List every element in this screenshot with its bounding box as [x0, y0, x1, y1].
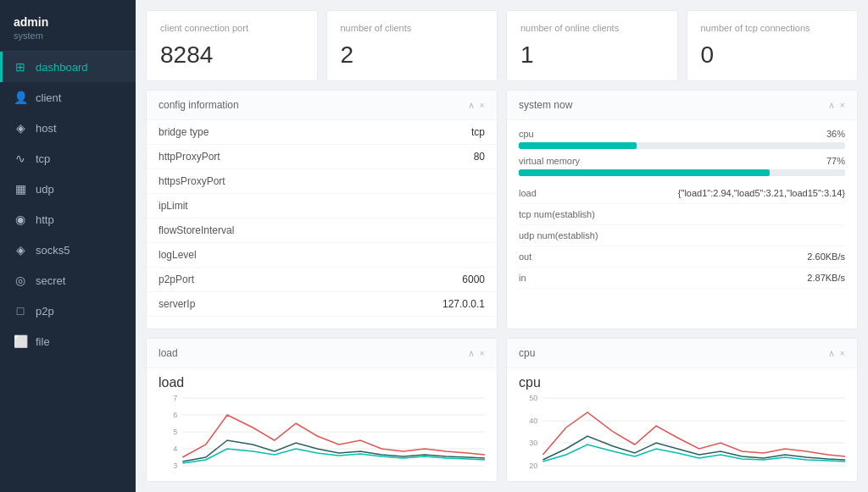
config-key-7: serverIp: [159, 298, 195, 310]
sidebar-item-secret[interactable]: ◎secret: [0, 265, 136, 296]
system-close-btn[interactable]: ×: [840, 100, 845, 111]
sidebar-item-label: tcp: [36, 152, 50, 165]
stat-value-1: 2: [341, 41, 484, 69]
vm-metric: virtual memory 77%: [519, 156, 845, 176]
config-panel: config information ∧ × bridge typetcphtt…: [146, 90, 498, 329]
config-row-4: flowStoreInterval: [147, 218, 497, 243]
svg-text:5: 5: [173, 428, 177, 436]
config-key-5: logLevel: [159, 249, 197, 261]
panels-row: config information ∧ × bridge typetcphtt…: [146, 90, 858, 329]
sidebar-item-socks5[interactable]: ◈socks5: [0, 235, 136, 265]
cpu-close-btn[interactable]: ×: [840, 348, 845, 359]
config-key-6: p2pPort: [159, 274, 194, 285]
stat-value-0: 8284: [160, 41, 303, 69]
svg-text:50: 50: [529, 394, 537, 402]
load-close-btn[interactable]: ×: [480, 348, 485, 359]
vm-label: virtual memory: [519, 156, 580, 166]
sidebar-item-label: host: [36, 122, 57, 135]
config-row-3: ipLimit: [147, 194, 497, 218]
sidebar-role: system: [14, 30, 122, 41]
system-metric-1: tcp num(establish): [519, 204, 845, 225]
config-row-5: logLevel: [147, 243, 497, 268]
metric-val-3: 2.60KB/s: [807, 252, 845, 262]
vm-pct: 77%: [826, 156, 845, 166]
stat-label-0: client connection port: [160, 23, 303, 33]
config-row-2: httpsProxyPort: [147, 169, 497, 194]
vm-progress-bar: [519, 169, 845, 176]
cpu-chart-header: cpu ∧ ×: [507, 339, 857, 368]
sidebar: admin system ⊞dashboard👤client◈host∿tcp▦…: [0, 0, 136, 492]
config-row-7: serverIp127.0.0.1: [147, 292, 497, 317]
system-panel-title: system now: [519, 99, 572, 111]
sidebar-item-label: file: [36, 335, 50, 348]
svg-text:6: 6: [173, 411, 177, 419]
dashboard-icon: ⊞: [14, 60, 27, 74]
cpu-chart-title: cpu: [519, 347, 535, 359]
metric-key-4: in: [519, 273, 526, 283]
metric-val-4: 2.87KB/s: [807, 273, 845, 283]
host-icon: ◈: [14, 121, 27, 135]
config-close-btn[interactable]: ×: [480, 100, 485, 111]
load-chart-inner-title: load: [147, 368, 497, 394]
stat-label-1: number of clients: [341, 23, 484, 33]
system-metric-4: in2.87KB/s: [519, 268, 845, 289]
cpu-collapse-btn[interactable]: ∧: [828, 348, 835, 359]
socks5-icon: ◈: [14, 243, 27, 257]
sidebar-item-http[interactable]: ◉http: [0, 204, 136, 235]
charts-row: load ∧ × load 7 6 5: [146, 338, 858, 482]
metric-key-0: load: [519, 188, 537, 198]
sidebar-header: admin system: [0, 0, 136, 52]
client-icon: 👤: [14, 91, 27, 104]
tcp-icon: ∿: [14, 152, 27, 165]
udp-icon: ▦: [14, 182, 27, 196]
stat-card-0: client connection port8284: [146, 10, 318, 81]
stat-card-1: number of clients2: [326, 10, 498, 81]
load-collapse-btn[interactable]: ∧: [468, 348, 475, 359]
config-table: bridge typetcphttpProxyPort80httpsProxyP…: [147, 120, 497, 329]
cpu-chart-panel: cpu ∧ × cpu 50 40 30 20: [506, 338, 858, 482]
sidebar-item-client[interactable]: 👤client: [0, 82, 136, 113]
config-key-1: httpProxyPort: [159, 151, 220, 163]
cpu-chart-controls: ∧ ×: [828, 348, 845, 359]
config-row-6: p2pPort6000: [147, 268, 497, 292]
config-row-1: httpProxyPort80: [147, 145, 497, 169]
cpu-label: cpu: [519, 129, 534, 139]
stat-value-3: 0: [701, 41, 844, 69]
system-panel-header: system now ∧ ×: [507, 91, 857, 120]
config-key-2: httpsProxyPort: [159, 175, 225, 187]
system-metric-0: load{"load1":2.94,"load5":3.21,"load15":…: [519, 183, 845, 204]
file-icon: ⬜: [14, 334, 27, 348]
cpu-progress-bar: [519, 142, 845, 149]
metric-key-1: tcp num(establish): [519, 209, 595, 219]
system-metric-3: out2.60KB/s: [519, 246, 845, 268]
svg-text:7: 7: [173, 394, 177, 402]
svg-text:20: 20: [529, 462, 537, 470]
cpu-progress-fill: [519, 142, 637, 149]
cpu-metric: cpu 36%: [519, 129, 845, 149]
config-val-0: tcp: [471, 126, 485, 138]
sidebar-item-label: http: [36, 213, 54, 226]
config-val-6: 6000: [462, 274, 485, 285]
svg-text:3: 3: [173, 462, 177, 470]
load-chart-title: load: [159, 347, 178, 359]
config-panel-header: config information ∧ ×: [147, 91, 497, 120]
stat-card-2: number of online clients1: [506, 10, 678, 81]
sidebar-item-p2p[interactable]: □p2p: [0, 296, 136, 326]
load-chart-area: 7 6 5 4 3: [147, 394, 497, 482]
stat-value-2: 1: [520, 41, 664, 69]
sidebar-item-dashboard[interactable]: ⊞dashboard: [0, 52, 136, 82]
config-collapse-btn[interactable]: ∧: [468, 100, 475, 111]
sidebar-item-tcp[interactable]: ∿tcp: [0, 143, 136, 174]
cpu-pct: 36%: [826, 129, 845, 139]
system-panel-controls: ∧ ×: [828, 100, 845, 111]
main-content: client connection port8284number of clie…: [136, 0, 868, 492]
system-collapse-btn[interactable]: ∧: [828, 100, 835, 111]
config-row-0: bridge typetcp: [147, 120, 497, 145]
sidebar-item-label: client: [36, 91, 61, 104]
sidebar-item-udp[interactable]: ▦udp: [0, 174, 136, 204]
sidebar-item-host[interactable]: ◈host: [0, 113, 136, 143]
config-panel-title: config information: [159, 99, 239, 111]
sidebar-item-label: dashboard: [36, 61, 87, 74]
stat-card-3: number of tcp connections0: [687, 10, 859, 81]
sidebar-item-file[interactable]: ⬜file: [0, 326, 136, 357]
